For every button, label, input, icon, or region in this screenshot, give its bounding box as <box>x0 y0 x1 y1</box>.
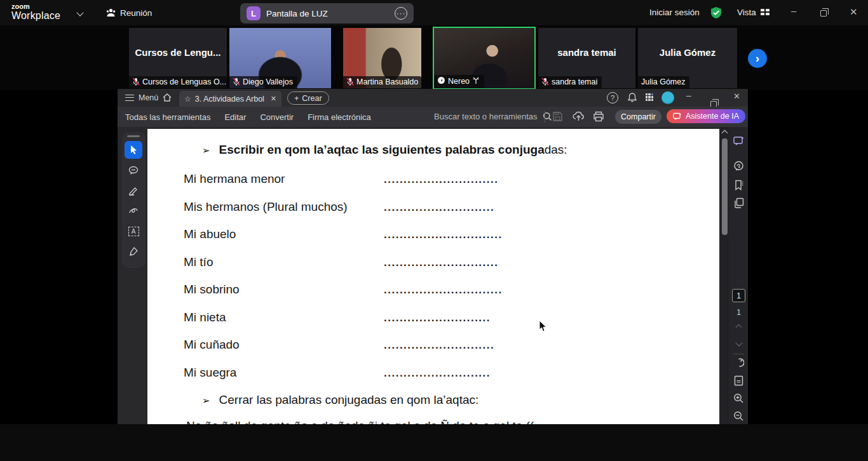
exercise-row: Mi suegra........................... <box>184 366 491 380</box>
zoom-workplace-logo: zoom Workplace <box>11 3 60 22</box>
window-close-button[interactable]: ✕ <box>850 6 858 18</box>
ai-chat-icon <box>673 112 682 121</box>
participant-tile-martina[interactable]: Martina Basualdo <box>343 28 421 88</box>
shared-screen-pill[interactable]: L Pantalla de LUZ ··· <box>240 3 414 23</box>
quick-tools-rail: A <box>122 132 145 268</box>
participant-name-text: sandra temai <box>538 28 635 77</box>
meeting-controls-bar: Audio Vídeo 44 Participantes Chat Reacci… <box>0 424 868 461</box>
apps-grid-icon[interactable] <box>646 93 654 102</box>
participant-name-text: Julia Gómez <box>638 28 737 77</box>
arrow-bullet-icon: ➢ <box>202 395 210 406</box>
participant-tile-sandra[interactable]: sandra temai sandra temai <box>538 28 635 88</box>
participant-tile-nereo-active-speaker[interactable]: Nereo <box>433 27 536 90</box>
scrollbar-thumb[interactable] <box>722 138 728 235</box>
star-icon[interactable]: ☆ <box>184 95 191 104</box>
exercise-row: Mi tío............................. <box>184 255 498 269</box>
bookmarks-panel-icon[interactable] <box>733 179 745 191</box>
menu-hamburger-icon[interactable] <box>125 95 134 101</box>
document-tab[interactable]: ☆ 3. Actividades Arbol ... ✕ <box>179 91 281 107</box>
select-tool[interactable] <box>125 141 142 159</box>
fit-page-icon[interactable] <box>733 375 745 387</box>
view-layout-icon[interactable] <box>761 9 770 15</box>
page-number-input[interactable]: 1 <box>732 289 745 302</box>
mic-muted-icon <box>541 77 549 86</box>
zoom-in-icon[interactable] <box>733 392 745 404</box>
plus-icon: + <box>294 94 299 103</box>
next-page-icon[interactable] <box>735 339 742 346</box>
rail-drag-handle[interactable] <box>127 135 140 137</box>
tab-reunion[interactable]: Reunión <box>120 8 152 18</box>
participant-tile-julia[interactable]: Julia Gómez Julia Gómez <box>638 28 737 88</box>
audio-active-icon <box>437 76 445 86</box>
participant-filmstrip: Cursos de Lengu... Cursos de Lenguas O..… <box>0 25 868 90</box>
participant-tile-diego[interactable]: Diego Vallejos <box>229 28 331 88</box>
fill-sign-tool[interactable] <box>125 243 142 260</box>
toolbar-esign[interactable]: Firma electrónica <box>308 112 371 122</box>
ai-assistant-button[interactable]: Asistente de IA <box>667 109 745 123</box>
toolbar-edit[interactable]: Editar <box>224 112 246 122</box>
people-icon <box>105 8 116 20</box>
workspace-chevron-down-icon[interactable] <box>76 9 83 16</box>
participant-tile-cursos[interactable]: Cursos de Lengu... Cursos de Lenguas O..… <box>129 28 227 88</box>
ai-assistant-panel-icon[interactable] <box>733 135 745 147</box>
draw-tool[interactable] <box>125 202 142 220</box>
zoom-out-icon[interactable] <box>733 410 745 422</box>
pill-more-icon[interactable]: ··· <box>395 7 407 20</box>
acrobat-toolbar: Todas las herramientas Editar Convertir … <box>118 107 748 127</box>
pages-panel-icon[interactable] <box>733 197 745 209</box>
security-shield-icon[interactable] <box>710 6 722 22</box>
sign-in-button[interactable]: Iniciar sesión <box>649 8 700 17</box>
exercise-row: Mis hermanos (Plural muchos)............… <box>184 200 494 214</box>
window-restore-button[interactable] <box>820 10 827 17</box>
help-icon[interactable]: ? <box>607 92 618 104</box>
notifications-bell-icon[interactable] <box>627 92 637 105</box>
tab-close-icon[interactable]: ✕ <box>271 95 276 103</box>
participant-label: Julia Gómez <box>638 76 689 88</box>
home-icon[interactable] <box>162 93 172 105</box>
meeting-top-bar: zoom Workplace Reunión L Pantalla de LUZ… <box>0 0 868 25</box>
pdf-page: ➢ Escribir en qom la’aqtac las siguiente… <box>147 129 719 424</box>
participant-label: Diego Vallejos <box>229 76 297 88</box>
save-icon[interactable] <box>552 111 563 124</box>
document-viewport: ➢ Escribir en qom la’aqtac las siguiente… <box>118 127 748 424</box>
print-icon[interactable] <box>593 111 604 124</box>
next-participants-page-button[interactable]: › <box>748 49 767 68</box>
avatar: L <box>247 6 261 20</box>
right-tools-panel: 1 1 <box>729 127 748 424</box>
scroll-up-icon[interactable] <box>722 130 728 137</box>
mic-muted-icon <box>233 77 240 86</box>
exercise-row: Mi abuelo.............................. <box>184 227 503 241</box>
participant-label: sandra temai <box>538 76 602 88</box>
participant-label: Cursos de Lenguas O... <box>129 76 227 88</box>
select-text-box-tool[interactable]: A <box>125 222 142 240</box>
acrobat-close-button[interactable]: ✕ <box>733 91 740 101</box>
next-arrow-icon: › <box>756 51 759 65</box>
search-icon <box>543 112 552 121</box>
comment-tool[interactable] <box>125 161 142 179</box>
highlight-tool[interactable] <box>125 182 142 199</box>
menu-button[interactable]: Menú <box>139 93 158 102</box>
acrobat-minimize-button[interactable]: – <box>686 90 691 100</box>
acrobat-window: Menú ☆ 3. Actividades Arbol ... ✕ + Crea… <box>118 89 748 424</box>
toolbar-convert[interactable]: Convertir <box>260 112 294 122</box>
exercise-row: Mi hermana menor........................… <box>184 172 498 186</box>
exercise-row: Mi sobrino.............................. <box>184 283 503 297</box>
arrow-bullet-icon: ➢ <box>202 145 210 156</box>
create-button[interactable]: + Crear <box>287 91 329 105</box>
upload-cloud-icon[interactable] <box>573 110 585 124</box>
account-avatar[interactable] <box>661 91 674 104</box>
clipped-text-line: No ñe ñell da qanta ño e da ñoda ñi ta q… <box>186 419 707 424</box>
search-input[interactable]: Buscar texto o herramientas <box>434 112 552 121</box>
toolbar-all-tools[interactable]: Todas las herramientas <box>125 112 210 122</box>
view-button[interactable]: Vista <box>737 8 756 17</box>
comments-panel-icon[interactable] <box>733 160 745 172</box>
window-minimize-button[interactable]: – <box>791 5 796 16</box>
document-scrollbar[interactable] <box>720 127 729 424</box>
share-button[interactable]: Compartir <box>615 110 661 124</box>
previous-page-icon[interactable] <box>736 324 742 331</box>
page-total-label: 1 <box>729 308 748 317</box>
rotate-page-icon[interactable] <box>733 357 745 369</box>
exercise-heading-2: ➢ Cerrar las palabras conjugadas en qom … <box>202 393 478 407</box>
document-tab-title: 3. Actividades Arbol ... <box>195 95 267 104</box>
participant-label: Martina Basualdo <box>343 76 421 88</box>
